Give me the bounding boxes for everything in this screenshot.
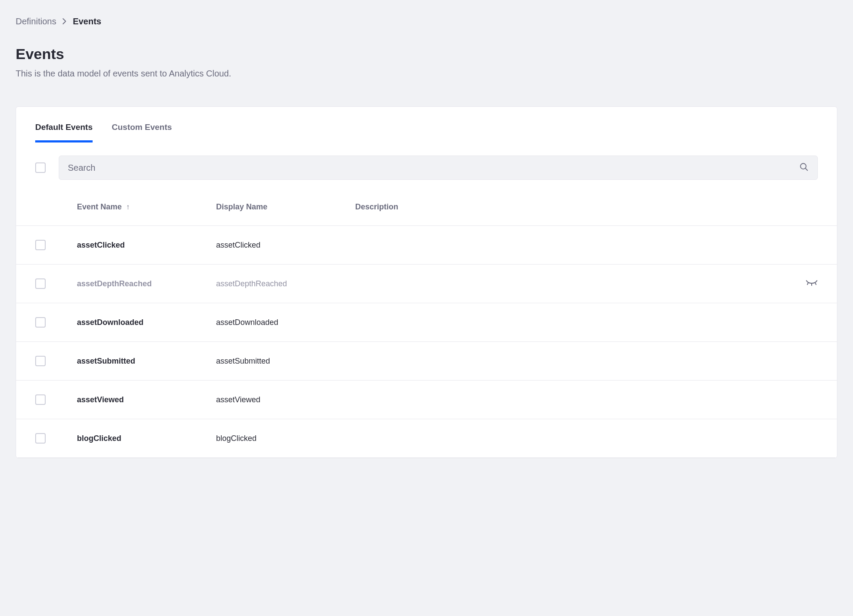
tabs: Default Events Custom Events — [16, 107, 837, 142]
tab-default-events[interactable]: Default Events — [35, 123, 93, 142]
display-name-cell: assetClicked — [216, 241, 355, 250]
column-event-name-label: Event Name — [77, 202, 122, 212]
hidden-icon — [806, 279, 818, 289]
display-name-cell: blogClicked — [216, 434, 355, 443]
column-event-name[interactable]: Event Name ↑ — [77, 202, 216, 212]
row-checkbox[interactable] — [35, 356, 46, 366]
table-row[interactable]: assetDepthReachedassetDepthReached — [16, 265, 837, 303]
display-name-cell: assetDownloaded — [216, 318, 355, 327]
row-checkbox[interactable] — [35, 317, 46, 328]
chevron-right-icon — [62, 17, 67, 26]
page-subtitle: This is the data model of events sent to… — [16, 69, 837, 79]
table-header: Event Name ↑ Display Name Description — [16, 180, 837, 226]
row-checkbox[interactable] — [35, 278, 46, 289]
event-name-cell: blogClicked — [77, 434, 216, 443]
search-icon[interactable] — [799, 162, 809, 173]
svg-line-4 — [815, 283, 816, 285]
search-row — [16, 142, 837, 180]
event-name-cell: assetDownloaded — [77, 318, 216, 327]
breadcrumb-parent-link[interactable]: Definitions — [16, 17, 56, 26]
page-title: Events — [16, 46, 837, 63]
event-name-cell: assetClicked — [77, 241, 216, 250]
breadcrumb-current: Events — [73, 17, 101, 26]
select-all-checkbox[interactable] — [35, 162, 46, 173]
event-name-cell: assetSubmitted — [77, 357, 216, 366]
table-row[interactable]: assetClickedassetClicked — [16, 226, 837, 265]
svg-line-1 — [806, 169, 808, 171]
table-row[interactable]: assetViewedassetViewed — [16, 381, 837, 419]
tab-custom-events[interactable]: Custom Events — [112, 123, 172, 142]
svg-line-2 — [807, 283, 808, 285]
table-row[interactable]: blogClickedblogClicked — [16, 419, 837, 458]
search-box — [59, 156, 818, 180]
column-display-name[interactable]: Display Name — [216, 202, 355, 212]
row-checkbox[interactable] — [35, 394, 46, 405]
column-description[interactable]: Description — [355, 202, 792, 212]
table-row[interactable]: assetSubmittedassetSubmitted — [16, 342, 837, 381]
table-body: assetClickedassetClickedassetDepthReache… — [16, 226, 837, 458]
table-row[interactable]: assetDownloadedassetDownloaded — [16, 303, 837, 342]
sort-ascending-icon: ↑ — [126, 203, 130, 212]
row-checkbox[interactable] — [35, 433, 46, 444]
display-name-cell: assetViewed — [216, 395, 355, 404]
search-input[interactable] — [68, 163, 799, 173]
row-checkbox[interactable] — [35, 240, 46, 250]
display-name-cell: assetSubmitted — [216, 357, 355, 366]
breadcrumb: Definitions Events — [16, 17, 837, 26]
event-name-cell: assetDepthReached — [77, 279, 216, 288]
event-name-cell: assetViewed — [77, 395, 216, 404]
display-name-cell: assetDepthReached — [216, 279, 355, 288]
events-card: Default Events Custom Events Event Name … — [16, 106, 837, 458]
